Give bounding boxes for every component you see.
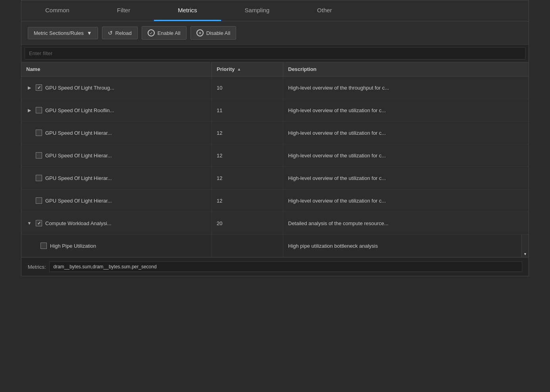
reload-button[interactable]: ↺ Reload (102, 27, 138, 39)
description-cell: Detailed analysis of the compute resourc… (283, 212, 529, 234)
row-checkbox[interactable] (36, 130, 42, 136)
table-row: ▶ GPU Speed Of Light Rooflin... 11 High-… (21, 99, 529, 122)
table-row: GPU Speed Of Light Hierar... 12 High-lev… (21, 167, 529, 189)
name-cell: ▶ GPU Speed Of Light Rooflin... (21, 99, 212, 121)
enable-all-button[interactable]: ✓ Enable All (142, 26, 187, 40)
row-name: Compute Workload Analysi... (45, 220, 112, 226)
table-header: Name Priority ▲ Description (21, 62, 529, 76)
table-row: GPU Speed Of Light Hierar... 12 High-lev… (21, 144, 529, 167)
tab-metrics[interactable]: Metrics (154, 0, 221, 21)
scrollbar-down-arrow[interactable]: ▼ (523, 252, 527, 257)
col-header-name: Name (21, 62, 212, 76)
row-description: High-level overview of the utilization f… (288, 175, 386, 181)
row-name: GPU Speed Of Light Throug... (45, 85, 114, 91)
priority-cell: 12 (212, 122, 283, 144)
priority-cell: 10 (212, 76, 283, 99)
description-cell: High-level overview of the utilization f… (283, 144, 529, 166)
dropdown-label: Metric Sections/Rules (34, 30, 84, 36)
reload-icon: ↺ (108, 30, 113, 36)
row-description: Detailed analysis of the compute resourc… (288, 220, 388, 226)
check-circle-icon: ✓ (148, 29, 155, 36)
description-cell: High-level overview of the utilization f… (283, 167, 529, 189)
name-cell: GPU Speed Of Light Hierar... (21, 167, 212, 189)
row-priority: 10 (217, 85, 222, 91)
row-description: High-level overview of the utilization f… (288, 198, 386, 204)
row-priority: 12 (217, 198, 222, 204)
tab-filter[interactable]: Filter (93, 0, 154, 21)
name-cell: ▶ GPU Speed Of Light Throug... (21, 76, 212, 99)
col-header-priority[interactable]: Priority ▲ (212, 62, 283, 76)
name-cell: High Pipe Utilization (21, 235, 212, 257)
row-name: GPU Speed Of Light Hierar... (45, 175, 112, 181)
main-container: Common Filter Metrics Sampling Other Met… (21, 0, 529, 276)
disable-all-label: Disable All (206, 30, 231, 36)
expand-button[interactable]: ▼ (26, 220, 33, 226)
metrics-table: Name Priority ▲ Description ▶ GPU Speed … (21, 62, 529, 257)
description-cell: High-level overview of the utilization f… (283, 189, 529, 212)
table-row: GPU Speed Of Light Hierar... 12 High-lev… (21, 122, 529, 144)
row-checkbox[interactable] (36, 197, 42, 204)
row-priority: 12 (217, 130, 222, 136)
row-priority: 11 (217, 107, 222, 113)
tab-bar: Common Filter Metrics Sampling Other (21, 0, 529, 21)
row-priority: 12 (217, 175, 222, 181)
scrollbar-track: ▼ (521, 235, 529, 257)
disable-all-button[interactable]: ✕ Disable All (190, 26, 237, 40)
priority-cell (212, 235, 283, 257)
col-header-description: Description (283, 62, 529, 76)
row-name: GPU Speed Of Light Hierar... (45, 153, 112, 159)
row-description: High-level overview of the utilization f… (288, 107, 386, 113)
row-checkbox[interactable] (36, 220, 42, 226)
priority-cell: 12 (212, 167, 283, 189)
priority-cell: 12 (212, 189, 283, 212)
chevron-down-icon: ▼ (87, 30, 92, 36)
tab-other[interactable]: Other (293, 0, 356, 21)
expand-button[interactable]: ▶ (26, 84, 33, 91)
description-cell: High-level overview of the throughput fo… (283, 76, 529, 99)
status-bar: Metrics: dram__bytes.sum,dram__bytes.sum… (21, 257, 529, 276)
tab-common[interactable]: Common (21, 0, 93, 21)
filter-row (21, 45, 529, 62)
description-cell: High-level overview of the utilization f… (283, 99, 529, 121)
row-checkbox[interactable] (36, 152, 42, 159)
toolbar: Metric Sections/Rules ▼ ↺ Reload ✓ Enabl… (21, 21, 529, 45)
row-name: GPU Speed Of Light Hierar... (45, 198, 112, 204)
priority-cell: 11 (212, 99, 283, 121)
row-name: High Pipe Utilization (50, 243, 96, 249)
priority-cell: 20 (212, 212, 283, 234)
table-row: High Pipe Utilization High pipe utilizat… (21, 235, 529, 257)
row-description: High-level overview of the throughput fo… (288, 85, 389, 91)
enable-all-label: Enable All (158, 30, 181, 36)
name-cell: ▼ Compute Workload Analysi... (21, 212, 212, 234)
metric-sections-dropdown[interactable]: Metric Sections/Rules ▼ (28, 27, 98, 39)
row-description: High-level overview of the utilization f… (288, 153, 386, 159)
x-circle-icon: ✕ (196, 29, 204, 36)
row-checkbox[interactable] (36, 175, 42, 181)
tab-sampling[interactable]: Sampling (221, 0, 294, 21)
table-row: GPU Speed Of Light Hierar... 12 High-lev… (21, 189, 529, 212)
filter-input[interactable] (25, 47, 525, 59)
metrics-value: dram__bytes.sum,dram__bytes.sum.per_seco… (49, 262, 523, 272)
table-row: ▶ GPU Speed Of Light Throug... 10 High-l… (21, 76, 529, 99)
row-name: GPU Speed Of Light Hierar... (45, 130, 112, 136)
metrics-label: Metrics: (28, 264, 46, 270)
reload-label: Reload (115, 30, 132, 36)
name-cell: GPU Speed Of Light Hierar... (21, 122, 212, 144)
priority-cell: 12 (212, 144, 283, 166)
row-priority: 20 (217, 220, 222, 226)
row-description: High-level overview of the utilization f… (288, 130, 386, 136)
row-checkbox[interactable] (40, 243, 47, 249)
table-body: ▶ GPU Speed Of Light Throug... 10 High-l… (21, 76, 529, 257)
description-cell: High-level overview of the utilization f… (283, 122, 529, 144)
name-cell: GPU Speed Of Light Hierar... (21, 144, 212, 166)
table-row: ▼ Compute Workload Analysi... 20 Detaile… (21, 212, 529, 235)
row-description: High pipe utilization bottleneck analysi… (288, 243, 378, 249)
expand-button[interactable]: ▶ (26, 107, 33, 113)
row-priority: 12 (217, 153, 222, 159)
row-name: GPU Speed Of Light Rooflin... (45, 107, 114, 113)
sort-arrow-icon: ▲ (237, 67, 241, 71)
row-checkbox[interactable] (36, 107, 42, 113)
name-cell: GPU Speed Of Light Hierar... (21, 189, 212, 212)
description-cell: High pipe utilization bottleneck analysi… (283, 235, 529, 257)
row-checkbox[interactable] (36, 84, 42, 91)
